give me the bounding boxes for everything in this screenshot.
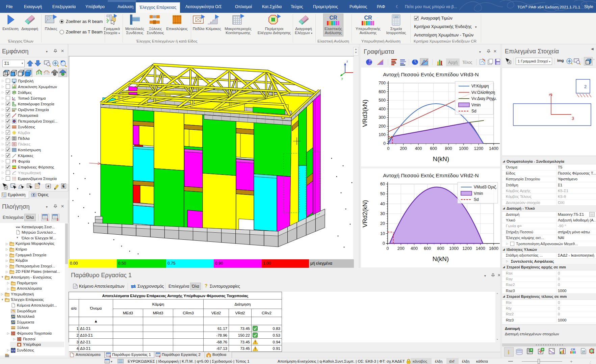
svg-text:1200: 1200: [474, 146, 483, 151]
svg-text:Αρχή: Αρχή: [448, 60, 458, 65]
svg-text:1600: 1600: [489, 246, 498, 251]
svg-text:700: 700: [379, 81, 386, 85]
svg-text:!: !: [255, 347, 256, 351]
svg-text:600: 600: [430, 146, 437, 151]
svg-text:1400: 1400: [476, 246, 485, 251]
svg-text:200: 200: [379, 124, 386, 129]
svg-text:CR: CR: [571, 348, 575, 351]
svg-text:0: 0: [383, 141, 386, 146]
svg-text:Vmin: Vmin: [474, 191, 483, 196]
svg-text:800: 800: [437, 246, 444, 251]
svg-text:vsc: vsc: [16, 226, 20, 229]
svg-text:600: 600: [424, 246, 431, 251]
svg-text:400: 400: [379, 107, 386, 111]
svg-text:*: *: [17, 236, 18, 241]
svg-text:Sd: Sd: [471, 109, 476, 113]
svg-text:Vmin: Vmin: [471, 103, 481, 107]
svg-text:3: 3: [572, 116, 574, 121]
svg-text:200: 200: [397, 246, 405, 251]
svg-text:1: 1: [47, 218, 48, 220]
svg-text:100: 100: [379, 132, 386, 137]
svg-text:2: 2: [548, 94, 553, 96]
svg-text:N: N: [552, 349, 554, 351]
svg-text:800: 800: [445, 146, 452, 151]
svg-text:20: 20: [380, 221, 385, 226]
svg-text:300: 300: [379, 115, 386, 120]
svg-text:N(kN): N(kN): [433, 155, 449, 162]
svg-text:N: N: [11, 349, 13, 352]
svg-text:123: 123: [394, 16, 398, 18]
svg-text:60: 60: [380, 182, 385, 186]
svg-text:z: z: [346, 60, 348, 63]
svg-text:y: y: [341, 77, 343, 80]
svg-text:1000: 1000: [449, 246, 459, 251]
svg-text:Vv:Διαγ.Ρηγμ.: Vv:Διαγ.Ρηγμ.: [471, 96, 497, 101]
svg-text:Αντοχή Πεσσού Εντός Επιπέδου V: Αντοχή Πεσσού Εντός Επιπέδου VRd3-N: [383, 72, 478, 77]
svg-text:E: E: [62, 184, 65, 188]
svg-text:CR: CR: [364, 15, 372, 21]
svg-text:400: 400: [411, 246, 418, 251]
svg-text:1000: 1000: [459, 146, 468, 151]
svg-text:CR: CR: [329, 15, 337, 21]
svg-text:10: 10: [380, 231, 385, 236]
svg-text:400: 400: [415, 146, 422, 151]
svg-text:N(kN): N(kN): [433, 255, 449, 262]
svg-text:2: 2: [159, 355, 161, 357]
svg-text:B: B: [12, 310, 14, 313]
svg-text:40: 40: [380, 202, 385, 206]
svg-text:Τέλος: Τέλος: [462, 60, 472, 65]
svg-text:600: 600: [379, 89, 386, 94]
svg-text:▾: ▾: [111, 360, 112, 363]
svg-text:200: 200: [400, 146, 407, 151]
svg-text:2: 2: [584, 84, 587, 89]
svg-text:N: N: [14, 349, 15, 352]
svg-text:VMud3 Οριζ.: VMud3 Οριζ.: [474, 185, 497, 189]
svg-text:500: 500: [379, 98, 386, 103]
svg-text:!: !: [255, 340, 256, 344]
svg-text:0: 0: [383, 241, 385, 246]
svg-text:Αντοχή Πεσσού Εκτός Επιπέδου V: Αντοχή Πεσσού Εκτός Επιπέδου VRd2-N: [383, 173, 478, 178]
svg-text:50: 50: [380, 191, 385, 196]
svg-text:d: d: [48, 185, 49, 188]
svg-text:i: i: [508, 349, 509, 355]
svg-text:Vv:Ολίσθηση: Vv:Ολίσθηση: [471, 90, 495, 95]
svg-text:Sd: Sd: [474, 197, 479, 202]
svg-text:VRd3(kN): VRd3(kN): [361, 100, 368, 127]
svg-text:1400: 1400: [489, 146, 498, 151]
svg-text:0: 0: [387, 246, 389, 251]
svg-text:1: 1: [109, 355, 111, 357]
svg-text:VRd2(kN): VRd2(kN): [361, 200, 368, 227]
svg-text:0: 0: [387, 146, 390, 151]
svg-text:1200: 1200: [463, 246, 472, 251]
svg-text:30: 30: [380, 211, 385, 216]
svg-text:2: 2: [57, 218, 58, 220]
svg-text:Vf:Κάμψη: Vf:Κάμψη: [471, 84, 489, 88]
